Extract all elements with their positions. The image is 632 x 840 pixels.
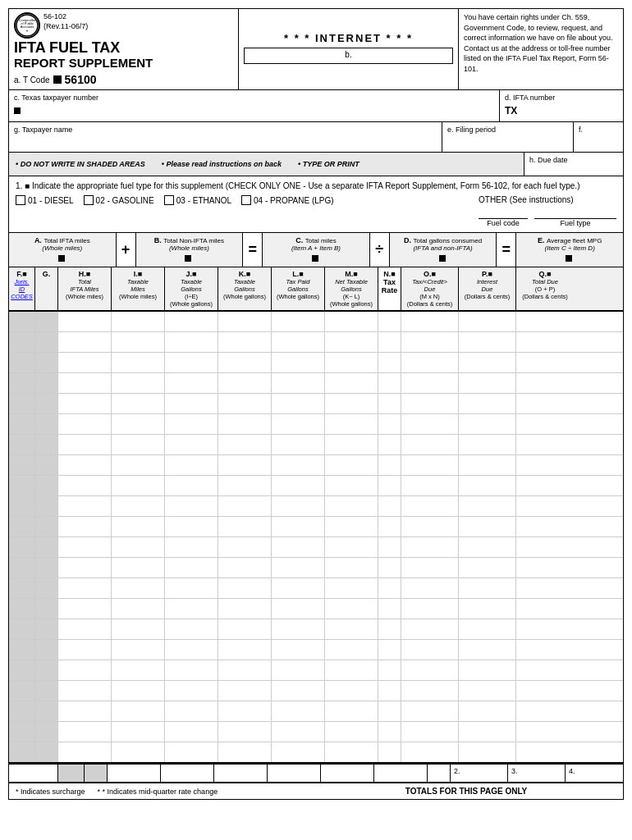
table-row xyxy=(9,681,623,701)
col-f-label: F.■ xyxy=(16,270,26,278)
do-not-write-text: • DO NOT WRITE IN SHADED AREAS xyxy=(16,160,145,168)
col-header-h: H.■ TotalIFTA Miles (Whole miles) xyxy=(58,267,112,310)
propane-label: 04 - PROPANE (LPG) xyxy=(254,196,334,205)
cell-k xyxy=(218,312,272,331)
fuel-type-ethanol: 03 - ETHANOL xyxy=(164,195,231,205)
col-o-sub2: (M x N)(Dollars & cents) xyxy=(407,293,452,308)
col-header-p: P.■ InterestDue (Dollars & cents) xyxy=(459,267,516,310)
totals-m xyxy=(374,765,428,782)
form-title-line2: REPORT SUPPLEMENT xyxy=(14,57,233,71)
ethanol-label: 03 - ETHANOL xyxy=(176,196,231,205)
propane-checkbox[interactable] xyxy=(241,195,251,205)
ethanol-checkbox[interactable] xyxy=(164,195,174,205)
col-q-label: Q.■ xyxy=(539,270,552,278)
footer-totals-label: TOTALS FOR THIS PAGE ONLY xyxy=(316,787,616,796)
form-page: Comptroller of Public Accounts 56-102 (R… xyxy=(8,8,624,800)
gasoline-checkbox[interactable] xyxy=(84,195,94,205)
col-header-i: I.■ TaxableMiles (Whole miles) xyxy=(112,267,165,310)
col-q-sub2: (O + P)(Dollars & cents) xyxy=(522,285,567,300)
col-j-label: J.■ xyxy=(186,270,197,278)
footer-note1: * Indicates surcharge xyxy=(16,788,85,796)
ifta-number-box: d. IFTA number TX xyxy=(500,90,623,121)
col-m-sub2: (K− L)(Whole gallons) xyxy=(330,293,373,308)
internet-title: * * * INTERNET * * * xyxy=(284,32,413,44)
taxpayer-value xyxy=(14,103,494,118)
totals-j xyxy=(214,765,268,782)
table-row xyxy=(9,640,623,660)
totals-2: 2. xyxy=(451,765,508,782)
table-row xyxy=(9,496,623,517)
taxpayer-square xyxy=(14,107,21,114)
fuel-type-propane: 04 - PROPANE (LPG) xyxy=(241,195,334,205)
cell-i xyxy=(112,312,165,331)
col-k-label: K.■ xyxy=(239,270,250,278)
plus-symbol: + xyxy=(117,233,136,267)
footer-notes: * Indicates surcharge * * Indicates mid-… xyxy=(16,788,316,796)
item-b: B. Total Non-IFTA miles (Whole miles) xyxy=(136,233,244,267)
item-a-title: Total IFTA miles xyxy=(44,237,89,244)
col-l-label: L.■ xyxy=(292,270,303,278)
diesel-checkbox[interactable] xyxy=(16,195,25,205)
filing-period-label: e. Filing period xyxy=(447,126,568,134)
equals-symbol-1: = xyxy=(243,233,263,267)
col-header-f: F.■ Juris.IDCODES xyxy=(9,267,35,310)
other-section: OTHER (See instructions) Fuel code Fuel … xyxy=(479,195,616,227)
type-or-print-text: • TYPE OR PRINT xyxy=(298,160,360,168)
due-date-box: h. Due date xyxy=(524,153,623,176)
col-i-sub: TaxableMiles xyxy=(127,278,149,293)
totals-4-label: 4. xyxy=(569,767,575,775)
col-header-g: G. xyxy=(35,267,58,310)
item-b-title: Total Non-IFTA miles xyxy=(163,237,224,244)
col-i-sub2: (Whole miles) xyxy=(119,293,157,300)
taxpayer-name-box: g. Taxpayer name xyxy=(9,122,442,152)
tcode-row: a. T Code 56100 xyxy=(14,73,233,86)
cell-m xyxy=(325,312,378,331)
item-a-letter: A. xyxy=(34,236,42,244)
col-header-k: K.■ TaxableGallons (Whole gallons) xyxy=(218,267,272,310)
filing-period-box: e. Filing period xyxy=(442,122,574,152)
col-l-sub2: (Whole gallons) xyxy=(277,293,319,300)
totals-k xyxy=(268,765,321,782)
header-left: Comptroller of Public Accounts 56-102 (R… xyxy=(9,9,239,89)
row2: c. Texas taxpayer number d. IFTA number … xyxy=(9,90,623,122)
col-header-o: O.■ Tax/<Credit>Due (M x N)(Dollars & ce… xyxy=(401,267,459,310)
table-row xyxy=(9,476,623,496)
tcode-label: a. T Code xyxy=(14,75,50,84)
row3: g. Taxpayer name e. Filing period f. xyxy=(9,122,623,153)
table-row xyxy=(9,332,623,353)
table-row xyxy=(9,742,623,763)
item-c-subtitle: (Item A + Item B) xyxy=(291,244,341,252)
due-date-row: • DO NOT WRITE IN SHADED AREAS • Please … xyxy=(9,153,623,176)
due-date-label: h. Due date xyxy=(529,156,618,164)
fuel-type-label: Fuel type xyxy=(560,219,590,227)
cell-g xyxy=(35,312,58,331)
item-d: D. Total gallons consumed (IFTA and non-… xyxy=(390,233,497,267)
table-row xyxy=(9,599,623,619)
col-p-sub: InterestDue xyxy=(477,278,497,293)
form-number: 56-102 (Rev.11-06/7) xyxy=(44,12,88,31)
col-o-sub: Tax/<Credit>Due xyxy=(412,278,447,293)
totals-3: 3. xyxy=(508,765,566,782)
table-row xyxy=(9,578,623,599)
agency-logo: Comptroller of Public Accounts xyxy=(14,12,40,39)
table-row xyxy=(9,701,623,722)
table-row xyxy=(9,619,623,640)
rights-text: You have certain rights under Ch. 559, G… xyxy=(464,12,618,75)
col-header-q: Q.■ Total Due (O + P)(Dollars & cents) xyxy=(516,267,574,310)
cell-p xyxy=(459,312,516,331)
cell-j xyxy=(165,312,218,331)
col-n-tax-rate: Tax Rate xyxy=(380,278,399,294)
col-p-sub2: (Dollars & cents) xyxy=(465,293,510,300)
totals-2-label: 2. xyxy=(454,767,460,775)
f-box: f. xyxy=(574,122,623,152)
cell-f xyxy=(9,312,35,331)
totals-l xyxy=(321,765,374,782)
fuel-types: 01 - DIESEL 02 - GASOLINE 03 - ETHANOL 0… xyxy=(16,195,334,205)
table-row xyxy=(9,373,623,394)
table-row xyxy=(9,517,623,537)
col-h-sub: TotalIFTA Miles xyxy=(71,278,99,293)
table-row xyxy=(9,435,623,455)
tcode-value: 56100 xyxy=(65,73,97,86)
item-c: C. Total miles (Item A + Item B) xyxy=(263,233,370,267)
fuel-code-line xyxy=(479,208,528,219)
